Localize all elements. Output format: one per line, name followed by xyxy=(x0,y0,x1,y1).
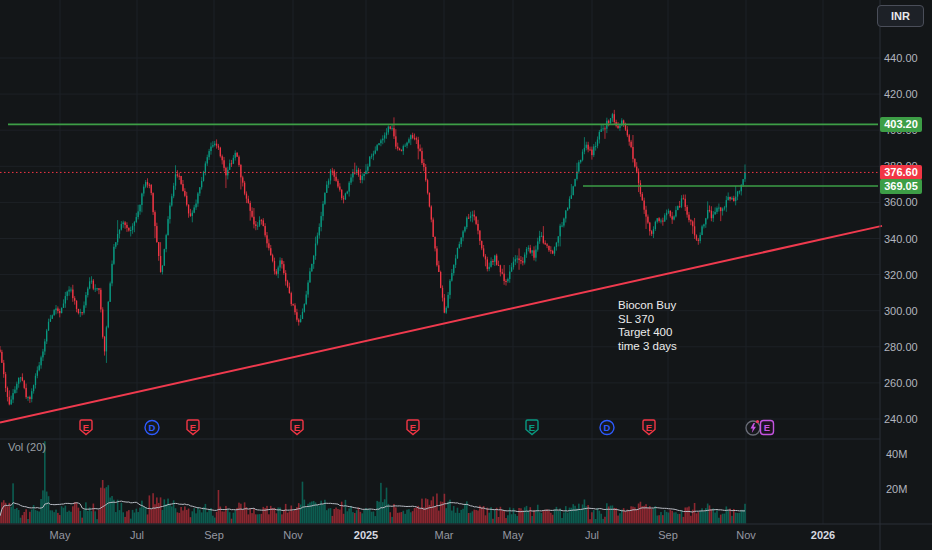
price-badge: 369.05 xyxy=(880,179,922,194)
time-axis-label: May xyxy=(50,528,71,542)
svg-text:E: E xyxy=(190,422,196,433)
price-axis-label: 320.00 xyxy=(884,268,918,282)
volume-indicator-label[interactable]: Vol (20) xyxy=(8,441,46,453)
price-badge: 403.20 xyxy=(880,117,922,132)
time-axis-label: May xyxy=(503,528,524,542)
svg-text:E: E xyxy=(294,422,300,433)
volume-bars xyxy=(0,441,746,523)
time-axis-label: Jul xyxy=(585,528,599,542)
price-axis-label: 360.00 xyxy=(884,195,918,209)
svg-text:D: D xyxy=(149,422,156,433)
price-axis-label: 280.00 xyxy=(884,340,918,354)
svg-text:E: E xyxy=(529,422,535,433)
annotation-line: Target 400 xyxy=(618,326,677,340)
trading-chart-window: INR Vol (20) Biocon BuySL 370Target 400t… xyxy=(0,0,932,550)
price-axis-label: 440.00 xyxy=(884,51,918,65)
trade-annotation[interactable]: Biocon BuySL 370Target 400time 3 days xyxy=(618,299,677,353)
candles xyxy=(0,110,746,405)
time-axis-label: Mar xyxy=(435,528,454,542)
time-axis-label: Sep xyxy=(204,528,224,542)
svg-text:E: E xyxy=(646,422,652,433)
time-axis-label: Sep xyxy=(658,528,678,542)
price-axis-label: 260.00 xyxy=(884,376,918,390)
grid xyxy=(0,0,880,524)
price-axis-label: 340.00 xyxy=(884,232,918,246)
svg-text:D: D xyxy=(604,422,611,433)
time-axis-label: 2025 xyxy=(354,528,378,542)
price-axis-label: 420.00 xyxy=(884,87,918,101)
time-axis-label: 2026 xyxy=(811,528,835,542)
svg-text:E: E xyxy=(410,422,416,433)
support-trendline[interactable] xyxy=(0,226,882,423)
price-badge: 376.60 xyxy=(880,165,922,180)
price-axis-label: 240.00 xyxy=(884,412,918,426)
volume-axis-label: 20M xyxy=(886,482,907,496)
svg-text:E: E xyxy=(83,422,89,433)
time-axis-label: Nov xyxy=(283,528,303,542)
price-axis-label: 300.00 xyxy=(884,304,918,318)
volume-axis-label: 40M xyxy=(886,447,907,461)
annotation-line: Biocon Buy xyxy=(618,299,677,313)
candlestick-chart-canvas[interactable] xyxy=(0,0,932,550)
time-axis-label: Jul xyxy=(130,528,144,542)
svg-text:E: E xyxy=(764,422,770,433)
annotation-line: time 3 days xyxy=(618,340,677,354)
currency-button[interactable]: INR xyxy=(877,5,924,27)
time-axis-label: Nov xyxy=(736,528,756,542)
annotation-line: SL 370 xyxy=(618,313,677,327)
